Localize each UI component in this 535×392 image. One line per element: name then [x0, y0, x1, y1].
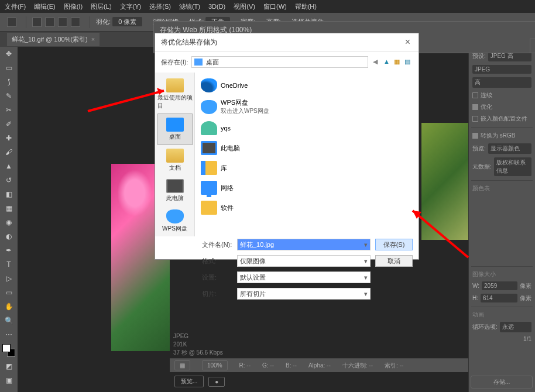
height-input[interactable]: 614 — [481, 294, 517, 302]
sidebar-item-pc[interactable]: 此电脑 — [157, 176, 193, 206]
save-in-combo[interactable]: 桌面 — [191, 56, 368, 68]
history-icon — [166, 78, 184, 92]
feather-label: 羽化: 0 像素 — [96, 18, 142, 26]
file-item-network[interactable]: 网络 — [200, 180, 299, 196]
history-brush-tool[interactable]: ↺ — [0, 173, 18, 187]
view-icon[interactable]: ▤ — [404, 58, 413, 66]
width-input[interactable]: 2059 — [482, 281, 517, 290]
menu-help[interactable]: 帮助(H) — [295, 2, 317, 11]
convert-srgb-check[interactable] — [472, 133, 478, 139]
sidebar-item-docs[interactable]: 文档 — [157, 145, 193, 176]
zoom-tool[interactable]: 🔍 — [0, 314, 18, 328]
menu-layer[interactable]: 图层(L) — [91, 2, 111, 11]
document-tab[interactable]: 鲜花_10.gif @ 100%(索引) × — [7, 33, 100, 46]
documents-icon — [166, 149, 184, 163]
menu-view[interactable]: 视图(V) — [234, 2, 255, 11]
progressive-check[interactable] — [472, 92, 478, 98]
menu-select[interactable]: 选择(S) — [149, 2, 171, 11]
slice-select[interactable]: 所有切片 — [237, 288, 371, 300]
file-item-wps[interactable]: WPS网盘双击进入WPS网盘 — [200, 97, 299, 116]
stamp-tool[interactable]: ▲ — [0, 159, 18, 173]
menu-window[interactable]: 窗口(W) — [263, 2, 287, 11]
quality-select[interactable]: 高 — [472, 77, 531, 88]
file-item-onedrive[interactable]: OneDrive — [200, 77, 299, 94]
sidebar-item-desktop[interactable]: 桌面 — [157, 114, 193, 145]
hex-value: 十六进制: -- — [342, 362, 373, 370]
image-size-label: 图像大小 — [471, 269, 533, 280]
view-mode-icon[interactable]: ▦ — [174, 360, 190, 370]
selection-add-icon[interactable] — [45, 18, 54, 27]
path-select-tool[interactable]: ▷ — [0, 271, 18, 286]
close-dialog-icon[interactable]: × — [403, 37, 413, 47]
lasso-tool[interactable]: ⟆ — [0, 75, 18, 89]
healing-tool[interactable]: ✚ — [0, 131, 18, 145]
loop-label: 循环选项: — [472, 323, 498, 331]
format-select[interactable]: 仅限图像 — [237, 255, 371, 267]
info-bar: ▦ 100% R: -- G: -- B: -- Alpha: -- 十六进制:… — [170, 358, 468, 372]
shape-tool[interactable]: ▭ — [0, 286, 18, 300]
selection-new-icon[interactable] — [32, 18, 42, 27]
file-item-thispc[interactable]: 此电脑 — [200, 140, 299, 156]
selection-sub-icon[interactable] — [58, 18, 67, 27]
eraser-tool[interactable]: ◧ — [0, 187, 18, 201]
sidebar-item-wps[interactable]: WPS网盘 — [157, 206, 193, 236]
library-icon — [201, 161, 217, 175]
back-icon[interactable]: ◀ — [373, 58, 381, 66]
eyedropper-tool[interactable]: ✐ — [0, 117, 18, 131]
metadata-select[interactable]: 版权和联系信息 — [494, 157, 531, 176]
animation-label: 动画 — [471, 310, 533, 320]
edit-toolbar[interactable]: ⋯ — [0, 328, 18, 342]
marquee-tool-icon[interactable] — [7, 18, 16, 27]
sidebar-item-history[interactable]: 最近使用的项目 — [157, 75, 193, 114]
learn-more-tab[interactable]: 了解更多 — [530, 39, 535, 53]
save-in-row: 保存在(I): 桌面 ◀ ▲ ▦ ▤ — [155, 51, 419, 73]
preview-button[interactable]: 预览... — [174, 376, 204, 387]
type-tool[interactable]: T — [0, 257, 18, 271]
browser-select[interactable]: ● — [208, 377, 225, 387]
file-item-lib[interactable]: 库 — [200, 160, 299, 176]
menu-3d[interactable]: 3D(D) — [208, 3, 225, 10]
settings-label: 设置: — [202, 273, 237, 282]
selection-intersect-icon[interactable] — [71, 18, 80, 27]
up-icon[interactable]: ▲ — [383, 58, 392, 66]
cancel-button[interactable]: 取消 — [375, 255, 413, 267]
loop-select[interactable]: 永远 — [500, 322, 531, 332]
close-tab-icon[interactable]: × — [91, 36, 95, 43]
crop-tool[interactable]: ✂ — [0, 103, 18, 117]
settings-select[interactable]: 默认设置 — [237, 271, 371, 283]
format-select[interactable]: JPEG — [472, 65, 531, 74]
menu-type[interactable]: 文字(Y) — [120, 2, 142, 11]
hand-tool[interactable]: ✋ — [0, 300, 18, 314]
marquee-tool[interactable]: ▭ — [0, 61, 18, 75]
brush-tool[interactable]: 🖌 — [0, 145, 18, 159]
r-value: R: -- — [239, 362, 251, 369]
menu-file[interactable]: 文件(F) — [5, 2, 26, 11]
zoom-select[interactable]: 100% — [202, 360, 228, 370]
filename-row: 文件名(N): 鲜花_10.jpg 保存(S) — [155, 236, 419, 253]
file-item-yqs[interactable]: yqs — [200, 120, 299, 136]
foreground-color[interactable] — [2, 344, 11, 352]
slice-row: 切片: 所有切片 — [155, 286, 419, 302]
filename-input[interactable]: 鲜花_10.jpg — [237, 239, 371, 250]
embed-profile-check[interactable] — [472, 116, 478, 122]
screenmode-tool[interactable]: ▣ — [0, 373, 18, 387]
quickmask-tool[interactable]: ◩ — [0, 359, 18, 373]
optimized-check[interactable] — [472, 104, 478, 110]
save-button[interactable]: 保存(S) — [375, 239, 413, 250]
file-item-software[interactable]: 软件 — [200, 200, 299, 216]
quick-select-tool[interactable]: ✎ — [0, 89, 18, 103]
dialog-title: 将优化结果存储为 — [161, 37, 217, 47]
preview-select[interactable]: 显示器颜色 — [488, 143, 531, 154]
color-swatches[interactable] — [2, 344, 15, 357]
menu-filter[interactable]: 滤镜(T) — [179, 2, 200, 11]
dodge-tool[interactable]: ◐ — [0, 229, 18, 243]
settings-row: 设置: 默认设置 — [155, 269, 419, 286]
gradient-tool[interactable]: ▦ — [0, 201, 18, 215]
menu-edit[interactable]: 编辑(E) — [34, 2, 56, 11]
new-folder-icon[interactable]: ▦ — [394, 58, 402, 66]
move-tool[interactable]: ✥ — [0, 47, 18, 61]
pen-tool[interactable]: ✒ — [0, 243, 18, 257]
store-button[interactable]: 存储... — [471, 376, 533, 388]
blur-tool[interactable]: ◉ — [0, 215, 18, 229]
menu-image[interactable]: 图像(I) — [64, 2, 83, 11]
